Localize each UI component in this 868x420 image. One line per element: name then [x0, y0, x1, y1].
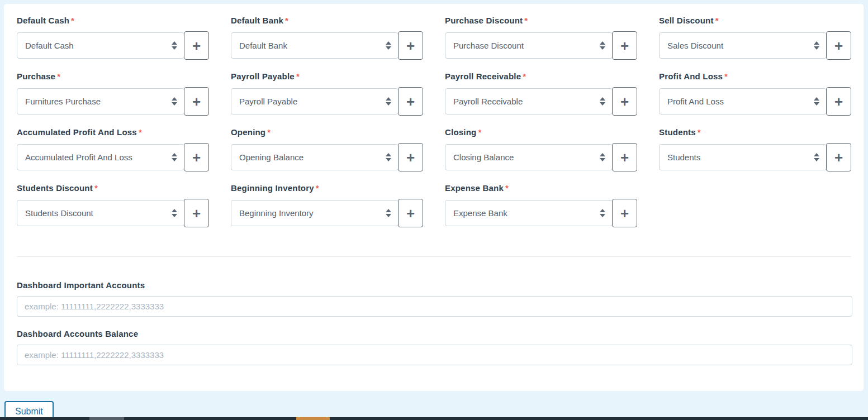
field-label: Profit And Loss*	[659, 71, 852, 82]
select-arrows-icon	[172, 41, 177, 50]
field-label: Sell Discount*	[659, 16, 852, 26]
field-purchase-discount: Purchase Discount* Purchase Discount +	[445, 16, 638, 60]
field-label-text: Students	[659, 127, 696, 137]
field-closing: Closing* Closing Balance +	[445, 127, 638, 171]
dashboard-important-accounts-label: Dashboard Important Accounts	[17, 280, 851, 290]
sell-discount-select[interactable]: Sales Discount	[659, 32, 827, 59]
add-default-bank-button[interactable]: +	[398, 31, 423, 60]
field-label: Closing*	[445, 127, 638, 137]
students-discount-select[interactable]: Students Discount	[17, 200, 184, 226]
field-label: Payroll Receivable*	[445, 71, 638, 82]
field-label: Beginning Inventory*	[231, 183, 424, 193]
required-asterisk: *	[139, 127, 142, 137]
required-asterisk: *	[715, 16, 719, 25]
select-value: Students	[667, 152, 814, 162]
select-arrows-icon	[600, 153, 605, 161]
field-sell-discount: Sell Discount* Sales Discount +	[659, 16, 852, 60]
plus-icon: +	[620, 150, 629, 165]
closing-select[interactable]: Closing Balance	[445, 144, 613, 170]
select-arrows-icon	[386, 209, 391, 217]
field-label-text: Opening	[231, 127, 265, 137]
expense-bank-select[interactable]: Expense Bank	[445, 200, 613, 226]
plus-icon: +	[192, 150, 201, 165]
required-asterisk: *	[267, 127, 271, 137]
dashboard-accounts-balance-label: Dashboard Accounts Balance	[17, 329, 851, 339]
select-value: Default Bank	[239, 41, 386, 50]
add-expense-bank-button[interactable]: +	[612, 199, 637, 227]
add-default-cash-button[interactable]: +	[184, 31, 209, 60]
field-default-bank: Default Bank* Default Bank +	[231, 16, 424, 60]
dashboard-important-accounts-input[interactable]	[17, 296, 852, 317]
add-students-discount-button[interactable]: +	[184, 199, 209, 227]
field-payroll-receivable: Payroll Receivable* Payroll Receivable +	[445, 71, 638, 116]
field-label-text: Students Discount	[17, 183, 93, 193]
select-value: Furnitures Purchase	[25, 97, 172, 106]
select-value: Beginning Inventory	[239, 208, 386, 218]
select-arrows-icon	[600, 41, 605, 50]
select-value: Opening Balance	[239, 152, 386, 162]
profit-and-loss-select[interactable]: Profit And Loss	[659, 88, 827, 114]
select-value: Sales Discount	[667, 41, 814, 50]
add-beginning-inventory-button[interactable]: +	[398, 199, 423, 227]
field-label-text: Purchase Discount	[445, 16, 523, 25]
payroll-payable-select[interactable]: Payroll Payable	[231, 88, 399, 114]
opening-select[interactable]: Opening Balance	[231, 144, 399, 170]
dashboard-accounts-balance-input[interactable]	[17, 345, 852, 365]
select-arrows-icon	[172, 153, 177, 161]
field-label: Expense Bank*	[445, 183, 638, 193]
field-payroll-payable: Payroll Payable* Payroll Payable +	[231, 71, 424, 116]
field-accumulated-profit-and-loss: Accumulated Profit And Loss* Accumulated…	[17, 127, 210, 171]
required-asterisk: *	[505, 183, 509, 193]
add-students-button[interactable]: +	[826, 143, 851, 171]
field-students: Students* Students +	[659, 127, 852, 171]
add-opening-button[interactable]: +	[398, 143, 423, 171]
add-closing-button[interactable]: +	[612, 143, 637, 171]
select-arrows-icon	[814, 97, 819, 106]
bottom-bar	[0, 417, 868, 420]
payroll-receivable-select[interactable]: Payroll Receivable	[445, 88, 613, 114]
field-label-text: Profit And Loss	[659, 71, 723, 81]
purchase-select[interactable]: Furnitures Purchase	[17, 88, 184, 114]
field-label-text: Expense Bank	[445, 183, 504, 193]
add-profit-and-loss-button[interactable]: +	[826, 87, 851, 116]
select-arrows-icon	[386, 97, 391, 106]
plus-icon: +	[406, 94, 415, 109]
select-arrows-icon	[172, 209, 177, 217]
accumulated-profit-and-loss-select[interactable]: Accumulated Profit And Loss	[17, 144, 184, 170]
default-bank-select[interactable]: Default Bank	[231, 32, 399, 59]
settings-card: Default Cash* Default Cash + Default Ban…	[4, 4, 864, 391]
select-arrows-icon	[600, 209, 605, 217]
select-value: Closing Balance	[453, 152, 600, 162]
required-asterisk: *	[71, 16, 74, 25]
add-sell-discount-button[interactable]: +	[826, 31, 851, 60]
field-expense-bank: Expense Bank* Expense Bank +	[445, 183, 638, 227]
add-purchase-button[interactable]: +	[184, 87, 209, 116]
field-label-text: Beginning Inventory	[231, 183, 314, 193]
field-opening: Opening* Opening Balance +	[231, 127, 424, 171]
select-arrows-icon	[814, 41, 819, 50]
plus-icon: +	[620, 206, 629, 221]
field-profit-and-loss: Profit And Loss* Profit And Loss +	[659, 71, 852, 116]
required-asterisk: *	[316, 183, 319, 193]
field-label-text: Default Cash	[17, 16, 69, 25]
add-payroll-payable-button[interactable]: +	[398, 87, 423, 116]
default-cash-select[interactable]: Default Cash	[17, 32, 184, 59]
field-label: Accumulated Profit And Loss*	[17, 127, 210, 137]
field-label: Students Discount*	[17, 183, 210, 193]
plus-icon: +	[406, 150, 415, 165]
field-label: Payroll Payable*	[231, 71, 424, 82]
field-beginning-inventory: Beginning Inventory* Beginning Inventory…	[231, 183, 424, 227]
plus-icon: +	[834, 94, 843, 109]
add-payroll-receivable-button[interactable]: +	[612, 87, 637, 116]
add-purchase-discount-button[interactable]: +	[612, 31, 637, 60]
plus-icon: +	[192, 39, 201, 53]
field-label-text: Closing	[445, 127, 476, 137]
students-select[interactable]: Students	[659, 144, 827, 170]
select-arrows-icon	[814, 153, 819, 161]
field-label: Purchase Discount*	[445, 16, 638, 26]
beginning-inventory-select[interactable]: Beginning Inventory	[231, 200, 399, 226]
purchase-discount-select[interactable]: Purchase Discount	[445, 32, 613, 59]
add-accumulated-profit-and-loss-button[interactable]: +	[184, 143, 209, 171]
select-value: Purchase Discount	[453, 41, 600, 50]
field-label: Opening*	[231, 127, 424, 137]
